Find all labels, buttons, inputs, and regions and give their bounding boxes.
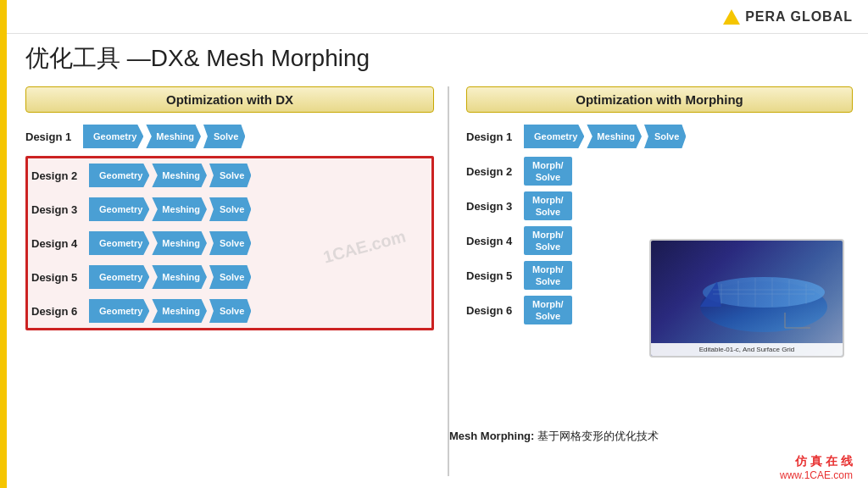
left-design-row-2: Design 2 Geometry Meshing Solve [31,160,428,191]
morph-box-5: Morph/Solve [524,261,572,291]
right-column: Optimization with Morphing Design 1 Geom… [449,86,853,476]
solve-arrow-5: Solve [209,265,251,289]
left-section-header: Optimization with DX [25,86,434,113]
left-arrows-6: Geometry Meshing Solve [89,299,251,323]
morph-box-3: Morph/Solve [524,191,572,221]
morph-box-4: Morph/Solve [524,226,572,256]
stamp-line2: www.1CAE.com [780,469,853,481]
3d-model-image: Editable-01-c, And Surface Grid [649,239,844,358]
meshing-arrow-1: Meshing [146,125,201,148]
right-design-label-5: Design 5 [466,269,519,282]
right-design-label-4: Design 4 [466,235,519,247]
meshing-arrow-2: Meshing [152,164,207,187]
main-content: 优化工具 —DX& Mesh Morphing Optimization wit… [7,34,868,488]
meshing-arrow-6: Meshing [152,299,207,323]
geometry-arrow-1: Geometry [83,125,143,148]
logo-area: PERA GLOBAL [723,9,853,25]
left-design-rows: Design 1 Geometry Meshing Solve Design 2… [25,121,434,330]
solve-arrow-3: Solve [209,197,251,221]
logo-text: PERA GLOBAL [745,9,853,25]
left-column: Optimization with DX Design 1 Geometry M… [25,86,449,476]
left-design-row-4: Design 4 Geometry Meshing Solve [31,228,428,258]
r-geometry-arrow-1: Geometry [524,125,584,148]
right-design-row-1: Design 1 Geometry Meshing Solve [466,121,853,152]
columns-container: Optimization with DX Design 1 Geometry M… [25,86,853,476]
morph-box-6: Morph/Solve [524,296,572,325]
solve-arrow-4: Solve [209,231,251,255]
left-arrows-3: Geometry Meshing Solve [89,197,251,221]
geometry-arrow-3: Geometry [89,197,149,221]
left-arrows-4: Geometry Meshing Solve [89,231,251,255]
left-design-label-1: Design 1 [25,130,78,143]
bottom-note-text: 基于网格变形的优化技术 [537,430,659,442]
left-design-row-3: Design 3 Geometry Meshing Solve [31,194,428,225]
left-design-label-3: Design 3 [31,203,84,216]
left-arrows-1: Geometry Meshing Solve [83,125,245,148]
left-design-label-4: Design 4 [31,237,84,250]
left-design-row-6: Design 6 Geometry Meshing Solve [31,296,428,326]
right-design-label-2: Design 2 [466,165,519,178]
solve-arrow-6: Solve [209,299,251,323]
right-arrows-1: Geometry Meshing Solve [524,125,686,148]
r-solve-arrow-1: Solve [644,125,686,148]
logo-icon [723,9,740,25]
right-design-row-2: Design 2 Morph/Solve [466,156,853,186]
meshing-arrow-5: Meshing [152,265,207,289]
morph-box-2: Morph/Solve [524,157,572,186]
left-design-label-2: Design 2 [31,169,84,182]
solve-arrow-1: Solve [203,125,245,148]
left-design-row-1: Design 1 Geometry Meshing Solve [25,121,434,152]
geometry-arrow-4: Geometry [89,231,149,255]
meshing-arrow-4: Meshing [152,231,207,255]
geometry-arrow-2: Geometry [89,164,149,187]
left-arrows-2: Geometry Meshing Solve [89,164,251,187]
left-red-border: Design 2 Geometry Meshing Solve Design 3… [25,156,434,330]
geometry-arrow-5: Geometry [89,265,149,289]
geometry-arrow-6: Geometry [89,299,149,323]
stamp-line1: 仿 真 在 线 [780,454,853,469]
model-label: Editable-01-c, And Surface Grid [651,343,843,356]
page-title: 优化工具 —DX& Mesh Morphing [25,42,853,75]
3d-model-visual [651,241,843,356]
left-designs-2-6: Design 2 Geometry Meshing Solve Design 3… [31,160,428,326]
right-design-label-3: Design 3 [466,200,519,213]
bottom-note-prefix: Mesh Morphing: [449,430,534,442]
right-section-header: Optimization with Morphing [466,86,853,113]
right-design-label-6: Design 6 [466,304,519,317]
top-bar: PERA GLOBAL [0,0,868,34]
left-design-label-5: Design 5 [31,271,84,284]
stamp: 仿 真 在 线 www.1CAE.com [780,454,853,481]
right-design-label-1: Design 1 [466,130,519,143]
yellow-accent-bar [0,0,7,488]
left-design-row-5: Design 5 Geometry Meshing Solve [31,262,428,292]
right-design-row-3: Design 3 Morph/Solve [466,191,853,221]
left-design-label-6: Design 6 [31,305,84,318]
bottom-note: Mesh Morphing: 基于网格变形的优化技术 [449,429,659,444]
meshing-arrow-3: Meshing [152,197,207,221]
left-arrows-5: Geometry Meshing Solve [89,265,251,289]
svg-point-1 [703,277,825,308]
solve-arrow-2: Solve [209,164,251,187]
r-meshing-arrow-1: Meshing [587,125,642,148]
